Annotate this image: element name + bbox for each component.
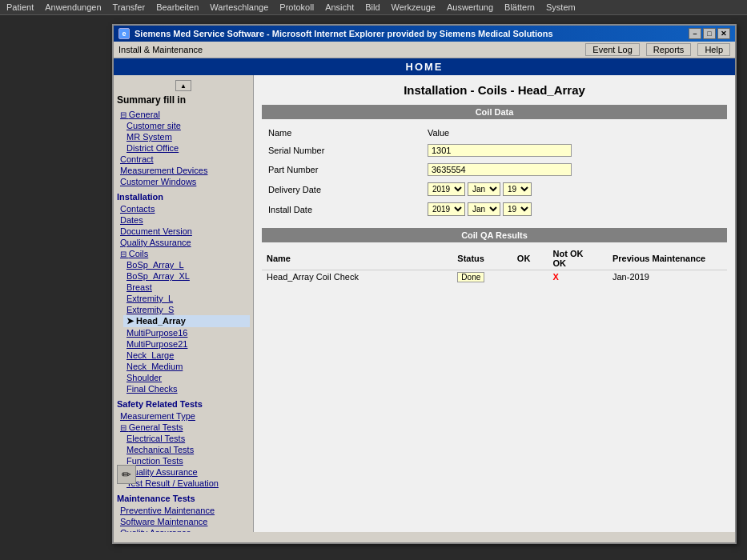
main-panel: Installation - Coils - Head_Array Coil D… [254, 75, 735, 532]
menu-protokoll[interactable]: Protokoll [279, 2, 314, 12]
delivery-day-select[interactable]: 19 [503, 182, 532, 196]
sidebar: ▲ Summary fill in General Customer site … [114, 75, 254, 532]
sidebar-item-software-maintenance[interactable]: Software Maintenance [117, 516, 250, 527]
safety-title: Safety Related Tests [117, 399, 250, 409]
menu-bild[interactable]: Bild [365, 2, 380, 12]
delivery-year-select[interactable]: 2019 [428, 182, 465, 196]
qa-prev-header: Previous Maintenance [608, 247, 727, 270]
qa-results-table: Name Status OK Not OK OK Previous Mainte… [262, 247, 727, 283]
title-bar-controls: – □ ✕ [689, 28, 730, 39]
sidebar-item-district-office[interactable]: District Office [123, 142, 250, 154]
reports-button[interactable]: Reports [646, 43, 692, 56]
menu-blaettern[interactable]: Blättern [504, 2, 535, 12]
sidebar-item-final-checks[interactable]: Final Checks [123, 383, 250, 394]
qa-row-name: Head_Array Coil Check [262, 270, 452, 284]
install-year-select[interactable]: 2019 [428, 202, 465, 216]
title-bar: e Siemens Med Service Software - Microso… [114, 26, 735, 42]
menu-ansicht[interactable]: Ansicht [325, 2, 354, 12]
qa-ok-header: OK [512, 247, 548, 270]
serial-number-input[interactable] [428, 144, 572, 157]
serial-number-label: Serial Number [263, 142, 421, 159]
scroll-up-button[interactable]: ▲ [175, 80, 191, 91]
sidebar-item-coils[interactable]: Coils [117, 248, 250, 259]
qa-status-header: Status [452, 247, 512, 270]
minimize-button[interactable]: – [689, 28, 701, 39]
window-title: Siemens Med Service Software - Microsoft… [135, 29, 553, 38]
menu-werkzeuge[interactable]: Werkzeuge [392, 2, 436, 12]
sidebar-item-dates[interactable]: Dates [117, 214, 250, 226]
browser-icon: e [118, 28, 130, 39]
sidebar-item-head-array[interactable]: ➤ Head_Array [123, 315, 250, 327]
sidebar-item-measurement-type[interactable]: Measurement Type [117, 410, 250, 422]
install-day-select[interactable]: 19 [503, 202, 532, 216]
summary-title: Summary fill in [117, 94, 250, 106]
menu-transfer[interactable]: Transfer [113, 2, 146, 12]
sidebar-item-bosp-array-xl[interactable]: BoSp_Array_XL [123, 270, 250, 282]
qa-row-prev: Jan-2019 [608, 270, 727, 284]
close-button[interactable]: ✕ [717, 28, 730, 39]
menu-warteschlange[interactable]: Warteschlange [210, 2, 268, 12]
install-date-select: 2019 Jan 19 [428, 202, 532, 216]
coils-group: BoSp_Array_L BoSp_Array_XL Breast Extrem… [117, 259, 250, 394]
help-button[interactable]: Help [697, 43, 730, 56]
installation-title: Installation [117, 192, 250, 202]
sidebar-item-mechanical-tests[interactable]: Mechanical Tests [123, 444, 250, 455]
sidebar-item-multipurpose21[interactable]: MultiPurpose21 [123, 338, 250, 350]
status-badge: Done [457, 272, 484, 282]
install-month-select[interactable]: Jan [468, 202, 500, 216]
browser-window: e Siemens Med Service Software - Microso… [112, 24, 737, 544]
content-area: ▲ Summary fill in General Customer site … [114, 75, 735, 532]
menu-bearbeiten[interactable]: Bearbeiten [156, 2, 199, 12]
qa-row-notok: X [548, 270, 608, 284]
sidebar-item-shoulder[interactable]: Shoulder [123, 372, 250, 383]
install-date-cell: 2019 Jan 19 [423, 200, 725, 218]
menu-patient[interactable]: Patient [6, 2, 34, 12]
sidebar-item-quality-assurance[interactable]: Quality Assurance [117, 237, 250, 248]
part-number-label: Part Number [263, 161, 421, 178]
sidebar-item-contacts[interactable]: Contacts [117, 203, 250, 214]
maintenance-title: Maintenance Tests [117, 494, 250, 503]
sidebar-item-electrical-tests[interactable]: Electrical Tests [123, 433, 250, 444]
delivery-month-select[interactable]: Jan [468, 182, 500, 196]
sidebar-item-mr-system[interactable]: MR System [123, 131, 250, 142]
value-col-label: Value [423, 126, 725, 140]
restore-button[interactable]: □ [703, 28, 716, 39]
menu-auswertung[interactable]: Auswertung [447, 2, 493, 12]
sidebar-item-quality-assurance-maint[interactable]: Quality Assurance [117, 527, 250, 532]
qa-row-status: Done [452, 270, 512, 284]
not-ok-indicator: X [553, 272, 559, 282]
sidebar-item-contract[interactable]: Contract [117, 154, 250, 165]
sidebar-item-quality-assurance-safety[interactable]: Quality Assurance [123, 466, 250, 478]
sidebar-item-neck-medium[interactable]: Neck_Medium [123, 361, 250, 372]
sidebar-item-preventive-maintenance[interactable]: Preventive Maintenance [117, 505, 250, 516]
sidebar-item-breast[interactable]: Breast [123, 282, 250, 293]
sidebar-item-extremity-s[interactable]: Extremity_S [123, 304, 250, 315]
qa-name-header: Name [262, 247, 452, 270]
part-number-input[interactable] [428, 163, 572, 176]
toolbar-app-label: Install & Maintenance [118, 45, 203, 54]
pencil-icon[interactable]: ✏ [117, 465, 136, 484]
sidebar-item-general-tests[interactable]: General Tests [117, 422, 250, 433]
menu-system[interactable]: System [546, 2, 576, 12]
qa-notok-header: Not OK OK [548, 247, 608, 270]
sidebar-item-neck-large[interactable]: Neck_Large [123, 350, 250, 361]
toolbar-right: Event Log Reports Help [585, 43, 730, 56]
sidebar-item-function-tests[interactable]: Function Tests [123, 455, 250, 466]
coil-data-header: Coil Data [262, 105, 727, 119]
sidebar-item-customer-windows[interactable]: Customer Windows [117, 176, 250, 187]
sidebar-item-general[interactable]: General [117, 109, 250, 120]
sidebar-item-multipurpose16[interactable]: MultiPurpose16 [123, 327, 250, 338]
os-menubar: Patient Anwendungen Transfer Bearbeiten … [0, 0, 747, 15]
table-row: Head_Array Coil Check Done X Jan-2019 [262, 270, 727, 284]
sidebar-item-document-version[interactable]: Document Version [117, 226, 250, 237]
sidebar-scroll-top: ▲ [117, 80, 250, 91]
sidebar-item-extremity-l[interactable]: Extremity_L [123, 293, 250, 304]
sidebar-item-measurement-devices[interactable]: Measurement Devices [117, 165, 250, 176]
sidebar-item-customer-site[interactable]: Customer site [123, 120, 250, 131]
sidebar-item-test-result-evaluation[interactable]: Test Result / Evaluation [123, 478, 250, 489]
event-log-button[interactable]: Event Log [585, 43, 640, 56]
page-title: Installation - Coils - Head_Array [262, 83, 727, 97]
delivery-date-select: 2019 Jan 19 [428, 182, 532, 196]
menu-anwendungen[interactable]: Anwendungen [45, 2, 101, 12]
sidebar-item-bosp-array-l[interactable]: BoSp_Array_L [123, 259, 250, 270]
